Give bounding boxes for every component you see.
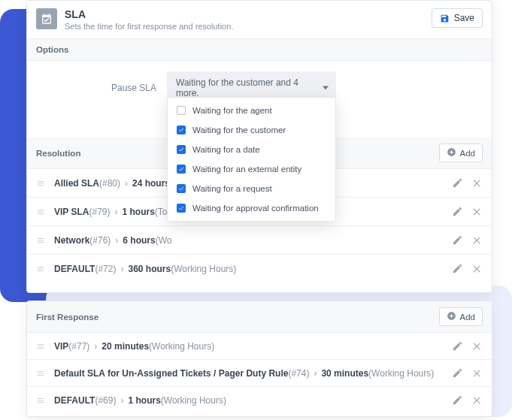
drag-handle-icon[interactable]	[36, 207, 45, 216]
row-id: (#69)	[95, 395, 116, 406]
pause-sla-option[interactable]: Waiting for an external entity	[168, 159, 335, 179]
checkbox-icon	[177, 145, 186, 154]
options-section-title: Options	[27, 39, 492, 61]
drag-handle-icon[interactable]	[36, 179, 45, 188]
row-duration: 24 hours	[132, 178, 170, 189]
pause-sla-label: Pause SLA	[36, 83, 156, 93]
row-id: (#77)	[68, 341, 89, 352]
drag-handle-icon[interactable]	[36, 369, 45, 378]
drag-handle-icon[interactable]	[36, 264, 45, 273]
row-name: Default SLA for Un-Assigned Tickets / Pa…	[54, 368, 288, 379]
first-response-section-header: First Response Add	[27, 301, 492, 333]
first-response-rows: VIP (#77)›20 minutes (Working Hours)Defa…	[27, 333, 492, 416]
edit-icon[interactable]	[452, 394, 463, 406]
delete-icon[interactable]	[472, 178, 483, 189]
drag-handle-icon[interactable]	[36, 396, 45, 405]
save-button-label: Save	[454, 13, 474, 23]
row-duration: 1 hours	[128, 395, 160, 406]
row-name: DEFAULT	[54, 395, 95, 406]
plus-circle-icon	[447, 311, 456, 322]
row-name: Network	[54, 235, 89, 246]
edit-icon[interactable]	[452, 206, 463, 217]
row-duration: 1 hours	[122, 207, 154, 217]
drag-handle-icon[interactable]	[36, 342, 45, 351]
checkbox-icon	[177, 125, 186, 134]
page-subtitle: Sets the time for first response and res…	[65, 22, 233, 31]
option-label: Waiting for an external entity	[192, 165, 301, 174]
add-button-label: Add	[460, 149, 475, 158]
pause-sla-dropdown-menu: Waiting for the agentWaiting for the cus…	[167, 97, 336, 222]
checkbox-icon	[177, 165, 186, 174]
option-label: Waiting for approval confirmation	[192, 204, 319, 213]
delete-icon[interactable]	[472, 264, 483, 274]
row-id: (#76)	[89, 235, 111, 246]
option-label: Waiting for a date	[192, 145, 260, 154]
delete-icon[interactable]	[472, 235, 483, 246]
delete-icon[interactable]	[472, 395, 483, 406]
pause-sla-option[interactable]: Waiting for approval confirmation	[168, 198, 335, 218]
save-button[interactable]: Save	[432, 8, 483, 28]
delete-icon[interactable]	[472, 341, 483, 352]
row-id: (#74)	[288, 368, 309, 379]
checkbox-icon	[177, 106, 186, 115]
sla-panel: SLA Sets the time for first response and…	[26, 0, 492, 293]
edit-icon[interactable]	[452, 234, 463, 246]
delete-icon[interactable]	[472, 207, 483, 217]
save-icon	[440, 14, 450, 23]
sla-row: DEFAULT (#69)›1 hours (Working Hours)	[27, 386, 492, 413]
first-response-panel: First Response Add VIP (#77)›20 minutes …	[26, 301, 492, 417]
drag-handle-icon[interactable]	[36, 236, 45, 245]
checkbox-icon	[177, 184, 186, 193]
row-duration: 6 hours	[123, 235, 155, 246]
add-button-label: Add	[460, 313, 475, 322]
resolution-add-button[interactable]: Add	[439, 144, 483, 162]
sla-row: Network (#76)›6 hours (Wo	[27, 225, 492, 254]
row-id: (#80)	[99, 178, 120, 189]
checkbox-icon	[177, 204, 186, 213]
edit-icon[interactable]	[452, 177, 463, 189]
row-name: VIP	[54, 341, 68, 352]
sla-row: VIP (#77)›20 minutes (Working Hours)	[27, 333, 492, 359]
edit-icon[interactable]	[452, 367, 463, 379]
option-label: Waiting for the customer	[192, 125, 286, 134]
options-body: Pause SLA Waiting for the customer and 4…	[27, 61, 492, 137]
delete-icon[interactable]	[472, 368, 483, 379]
page-title: SLA	[65, 8, 233, 20]
row-name: Allied SLA	[54, 178, 99, 189]
row-duration: 20 minutes	[101, 341, 149, 352]
pause-sla-dropdown: Waiting for the customer and 4 more. Wai…	[167, 71, 336, 104]
sla-row: Default SLA for Un-Assigned Tickets / Pa…	[27, 359, 492, 386]
plus-circle-icon	[447, 147, 456, 159]
row-id: (#79)	[89, 207, 110, 217]
row-duration: 360 hours	[128, 264, 171, 274]
row-name: VIP SLA	[54, 207, 89, 217]
edit-icon[interactable]	[452, 340, 463, 352]
option-label: Waiting for the agent	[192, 106, 272, 115]
row-name: DEFAULT	[54, 264, 95, 274]
sla-row: DEFAULT (#72)›360 hours (Working Hours)	[27, 254, 492, 283]
row-duration: 30 minutes	[321, 368, 368, 379]
pause-sla-option[interactable]: Waiting for the customer	[168, 120, 335, 140]
panel-header: SLA Sets the time for first response and…	[27, 1, 492, 39]
first-response-add-button[interactable]: Add	[439, 307, 483, 326]
row-id: (#72)	[95, 264, 116, 274]
pause-sla-option[interactable]: Waiting for a request	[168, 179, 335, 198]
edit-icon[interactable]	[452, 263, 463, 274]
option-label: Waiting for a request	[192, 184, 272, 193]
pause-sla-option[interactable]: Waiting for the agent	[168, 101, 335, 120]
calendar-check-icon	[36, 8, 57, 29]
pause-sla-option[interactable]: Waiting for a date	[168, 140, 335, 159]
